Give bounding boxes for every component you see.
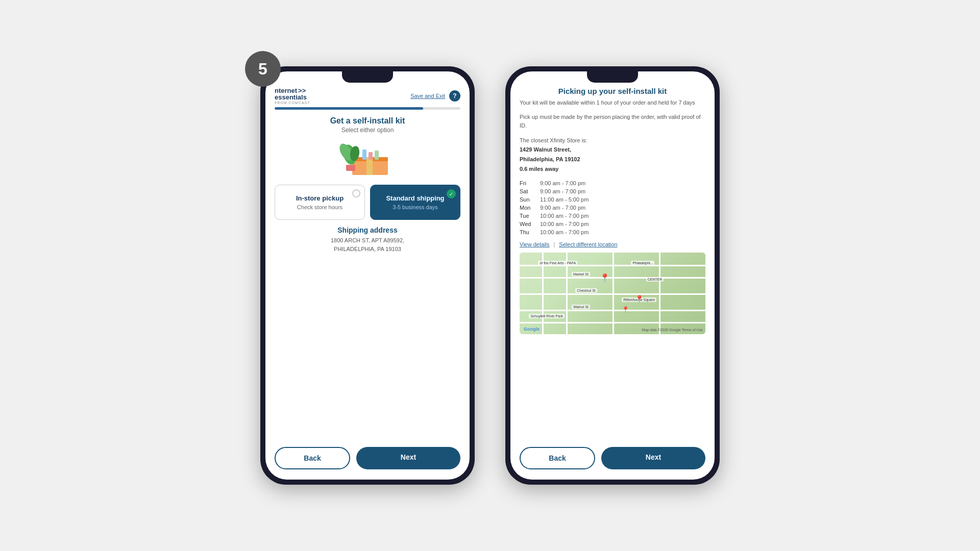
progress-fill	[275, 107, 423, 110]
svg-rect-7	[362, 149, 366, 160]
logo-essentials: essentials	[275, 93, 310, 101]
right-phone-notch	[587, 71, 638, 83]
link-separator: |	[554, 241, 555, 247]
options-row: In-store pickup Check store hours ✓ Stan…	[265, 185, 470, 226]
map-pin-primary: 📍	[600, 273, 610, 283]
right-bottom-buttons: Back Next	[510, 442, 715, 472]
right-screen: Picking up your self-install kit Your ki…	[510, 83, 715, 480]
select-location-link[interactable]: Select different location	[559, 241, 617, 247]
hours-time: 10:00 am - 7:00 pm	[540, 212, 705, 220]
store-city: Philadelphia, PA 19102	[520, 156, 580, 162]
shipping-section-title: Shipping address	[275, 226, 460, 234]
instore-title: In-store pickup	[280, 194, 359, 202]
progress-bar	[275, 107, 460, 110]
store-distance: 0.6 miles away	[520, 166, 558, 172]
pickup-title: Picking up your self-install kit	[510, 83, 715, 98]
kit-illustration	[334, 138, 401, 179]
radio-dot	[352, 189, 360, 197]
map-container[interactable]: Market St Chestnut St Walnut St Rittenho…	[520, 253, 705, 334]
shipping-title: Standard shipping	[376, 194, 455, 202]
right-next-button[interactable]: Next	[601, 447, 705, 469]
check-icon: ✓	[447, 189, 456, 198]
hours-day: Fri	[520, 179, 540, 187]
store-address: The closest Xfinity Store is: 1429 Walnu…	[520, 136, 705, 174]
phone-notch	[342, 71, 393, 83]
svg-rect-2	[366, 157, 373, 175]
store-name: 1429 Walnut Street,	[520, 146, 571, 153]
hours-time: 9:00 am - 7:00 pm	[540, 204, 705, 212]
links-row: View details | Select different location	[520, 241, 705, 247]
hours-row: Fri9:00 am - 7:00 pm	[520, 179, 705, 187]
store-intro: The closest Xfinity Store is:	[520, 137, 587, 143]
left-screen: nternet >> essentials FROM COMCAST Save …	[265, 83, 470, 480]
help-icon[interactable]: ?	[449, 90, 460, 102]
hours-time: 11:00 am - 5:00 pm	[540, 195, 705, 204]
hours-table: Fri9:00 am - 7:00 pmSat9:00 am - 7:00 pm…	[520, 179, 705, 236]
right-back-button[interactable]: Back	[520, 447, 595, 469]
hours-time: 9:00 am - 7:00 pm	[540, 187, 705, 195]
hours-row: Wed10:00 am - 7:00 pm	[520, 220, 705, 228]
pickup-info1: Your kit will be available within 1 hour…	[520, 98, 705, 108]
map-google-logo: Google	[524, 327, 540, 332]
left-header: nternet >> essentials FROM COMCAST Save …	[265, 83, 470, 107]
map-pin-tertiary: 📍	[622, 306, 629, 313]
pickup-info2: Pick up must be made by the person placi…	[520, 113, 705, 131]
left-screen-subtitle: Select either option	[265, 127, 470, 138]
svg-rect-8	[369, 152, 373, 160]
hours-time: 10:00 am - 7:00 pm	[540, 220, 705, 228]
hours-day: Sun	[520, 195, 540, 204]
header-right: Save and Exit ?	[410, 90, 460, 102]
shipping-sub: 3-5 business days	[376, 204, 455, 210]
hours-day: Wed	[520, 220, 540, 228]
hours-day: Sat	[520, 187, 540, 195]
view-details-link[interactable]: View details	[520, 241, 550, 247]
shipping-address-line1: 1800 ARCH ST, APT A89592,	[275, 236, 460, 245]
hours-row: Tue10:00 am - 7:00 pm	[520, 212, 705, 220]
step-badge: 5	[245, 51, 281, 87]
save-exit-link[interactable]: Save and Exit	[410, 93, 445, 99]
shipping-address-line2: PHILADELPHIA, PA 19103	[275, 245, 460, 254]
svg-rect-6	[346, 165, 355, 171]
progress-bar-container	[265, 107, 470, 114]
left-back-button[interactable]: Back	[275, 447, 350, 469]
hours-row: Thu10:00 am - 7:00 pm	[520, 228, 705, 236]
scene: 5 nternet >> essentials FROM COMCAST Sav…	[260, 66, 720, 485]
left-phone: nternet >> essentials FROM COMCAST Save …	[260, 66, 475, 485]
map-pin-secondary: 📍	[635, 295, 644, 303]
hours-day: Thu	[520, 228, 540, 236]
right-phone: Picking up your self-install kit Your ki…	[505, 66, 720, 485]
hours-time: 9:00 am - 7:00 pm	[540, 179, 705, 187]
instore-pickup-option[interactable]: In-store pickup Check store hours	[275, 185, 365, 220]
hours-time: 10:00 am - 7:00 pm	[540, 228, 705, 236]
shipping-section: Shipping address 1800 ARCH ST, APT A8959…	[265, 226, 470, 259]
svg-rect-9	[375, 151, 379, 160]
logo-from-comcast: FROM COMCAST	[275, 101, 310, 105]
left-screen-title: Get a self-install kit	[265, 114, 470, 127]
standard-shipping-option[interactable]: ✓ Standard shipping 3-5 business days	[370, 185, 460, 220]
hours-day: Tue	[520, 212, 540, 220]
logo-area: nternet >> essentials FROM COMCAST	[275, 87, 310, 105]
map-attribution: Map data ©2020 Google Terms of Use	[642, 328, 703, 332]
hours-row: Sat9:00 am - 7:00 pm	[520, 187, 705, 195]
hours-day: Mon	[520, 204, 540, 212]
instore-sub: Check store hours	[280, 204, 359, 210]
left-next-button[interactable]: Next	[356, 447, 460, 469]
hours-row: Sun11:00 am - 5:00 pm	[520, 195, 705, 204]
map-background: Market St Chestnut St Walnut St Rittenho…	[520, 253, 705, 334]
hours-row: Mon9:00 am - 7:00 pm	[520, 204, 705, 212]
pickup-body: Your kit will be available within 1 hour…	[510, 98, 715, 442]
left-bottom-buttons: Back Next	[265, 442, 470, 472]
